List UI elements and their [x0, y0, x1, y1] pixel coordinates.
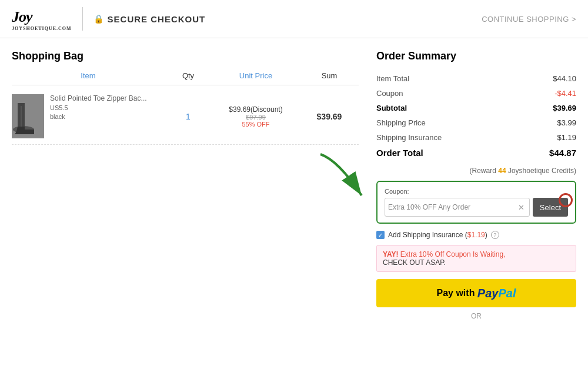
shipping-price-label: Shipping Price — [376, 118, 426, 127]
product-price: $39.69(Discount) $97.99 55% OFF — [212, 105, 300, 128]
lock-icon: 🔒 — [93, 14, 104, 24]
promo-yay: YAY! — [383, 250, 398, 258]
pay-with-label: Pay with — [437, 288, 475, 298]
product-size: US5.5 — [50, 104, 147, 111]
shipping-insurance-checkbox[interactable]: ✓ — [376, 231, 385, 239]
order-total-value: $44.87 — [549, 148, 576, 158]
shopping-bag-title: Shopping Bag — [12, 50, 359, 62]
product-color: black — [50, 113, 147, 120]
secure-checkout-label: SECURE CHECKOUT — [108, 14, 206, 24]
price-discount: $39.69(Discount) — [212, 105, 300, 114]
summary-rows: Item Total $44.10 Coupon -$4.41 Subtotal… — [376, 71, 576, 161]
coupon-section-wrapper: Coupon: ✕ Select — [376, 181, 576, 224]
paypal-button[interactable]: Pay with PayPal — [376, 279, 576, 307]
table-header: Item Qty Unit Price Sum — [12, 71, 359, 85]
table-row: Solid Pointed Toe Zipper Bac... US5.5 bl… — [12, 88, 359, 145]
main-content: Shopping Bag Item Qty Unit Price Sum — [0, 38, 588, 332]
coupon-input[interactable] — [388, 203, 516, 211]
price-original: $97.99 — [212, 114, 300, 121]
shipping-insurance-row: Shipping Insurance $1.19 — [376, 130, 576, 145]
coupon-row-value: -$4.41 — [554, 89, 576, 98]
select-button-label: Select — [540, 203, 561, 212]
order-total-label: Order Total — [376, 148, 423, 158]
shopping-bag: Shopping Bag Item Qty Unit Price Sum — [12, 50, 359, 320]
order-summary: Order Summary Item Total $44.10 Coupon -… — [376, 50, 576, 320]
continue-shopping-link[interactable]: CONTINUE SHOPPING > — [482, 15, 576, 24]
shipping-insurance-value: $1.19 — [557, 133, 576, 142]
product-qty: 1 — [165, 112, 212, 121]
col-price-header: Unit Price — [212, 71, 300, 80]
logo-sub: JOYSHOETIQUE.COM — [12, 26, 72, 31]
col-qty-header: Qty — [165, 71, 212, 80]
shipping-insurance-label: Shipping Insurance — [376, 133, 442, 142]
subtotal-label: Subtotal — [376, 104, 407, 112]
shipping-insurance-price: $1.19 — [467, 231, 485, 239]
subtotal-row: Subtotal $39.69 — [376, 101, 576, 115]
secure-checkout: 🔒 SECURE CHECKOUT — [93, 14, 206, 24]
product-image — [12, 94, 44, 138]
item-total-label: Item Total — [376, 74, 409, 83]
coupon-input-wrap: ✕ — [385, 198, 530, 217]
product-info: Solid Pointed Toe Zipper Bac... US5.5 bl… — [12, 94, 165, 138]
product-sum: $39.69 — [300, 112, 359, 121]
help-icon[interactable]: ? — [491, 231, 499, 239]
select-button-circle — [559, 193, 573, 207]
col-item-header: Item — [12, 71, 165, 80]
reward-suffix: Joyshoetique Credits) — [508, 167, 576, 175]
or-divider: OR — [376, 312, 576, 320]
item-total-value: $44.10 — [553, 74, 576, 83]
col-sum-header: Sum — [300, 71, 359, 80]
promo-text2: CHECK OUT ASAP. — [383, 258, 446, 267]
promo-text: Extra 10% Off Coupon Is Waiting, — [398, 250, 505, 258]
product-name: Solid Pointed Toe Zipper Bac... — [50, 94, 147, 102]
reward-text: (Reward — [470, 167, 496, 175]
logo: Joy JOYSHOETIQUE.COM — [12, 7, 72, 31]
subtotal-value: $39.69 — [553, 104, 576, 112]
shipping-insurance-checkbox-row: ✓ Add Shipping Insurance ($1.19) ? — [376, 231, 576, 239]
order-total-row: Order Total $44.87 — [376, 145, 576, 161]
header-divider — [82, 7, 83, 31]
shipping-price-row: Shipping Price $3.99 — [376, 115, 576, 130]
reward-number: 44 — [498, 167, 506, 175]
shipping-insurance-label: Add Shipping Insurance ($1.19) — [388, 231, 487, 239]
product-details: Solid Pointed Toe Zipper Bac... US5.5 bl… — [50, 94, 147, 120]
header: Joy JOYSHOETIQUE.COM 🔒 SECURE CHECKOUT C… — [0, 0, 588, 38]
coupon-clear-icon[interactable]: ✕ — [516, 203, 526, 212]
reward-line: (Reward 44 Joyshoetique Credits) — [376, 167, 576, 175]
shipping-price-value: $3.99 — [557, 118, 576, 127]
select-coupon-button[interactable]: Select — [533, 198, 568, 217]
coupon-row-label: Coupon — [376, 89, 403, 98]
order-summary-title: Order Summary — [376, 50, 576, 62]
product-image-inner — [12, 94, 44, 138]
paypal-logo: PayPal — [477, 287, 516, 300]
coupon-section: Coupon: ✕ Select — [376, 181, 576, 224]
coupon-field-label: Coupon: — [385, 188, 568, 195]
coupon-row: Coupon -$4.41 — [376, 86, 576, 101]
coupon-input-row: ✕ Select — [385, 198, 568, 217]
promo-message: YAY! Extra 10% Off Coupon Is Waiting, CH… — [376, 245, 576, 272]
item-total-row: Item Total $44.10 — [376, 71, 576, 86]
price-off: 55% OFF — [212, 121, 300, 128]
